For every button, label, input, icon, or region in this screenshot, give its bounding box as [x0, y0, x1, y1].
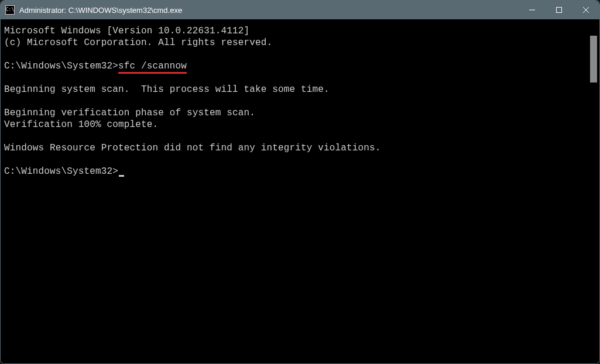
cmd-icon: C:\ — [5, 5, 15, 15]
verification-begin-line: Beginning verification phase of system s… — [4, 108, 255, 118]
titlebar[interactable]: C:\ Administrator: C:\WINDOWS\system32\c… — [1, 1, 599, 19]
prompt-2: C:\Windows\System32> — [4, 166, 118, 177]
prompt-1: C:\Windows\System32> — [4, 61, 118, 71]
window-controls — [519, 1, 599, 19]
terminal-area[interactable]: Microsoft Windows [Version 10.0.22631.41… — [1, 19, 599, 363]
close-icon — [583, 7, 589, 13]
cmd-window: C:\ Administrator: C:\WINDOWS\system32\c… — [0, 0, 600, 364]
minimize-icon — [529, 7, 535, 13]
version-line: Microsoft Windows [Version 10.0.22631.41… — [4, 26, 249, 36]
minimize-button[interactable] — [519, 1, 546, 19]
cursor — [119, 175, 124, 177]
scrollbar-thumb[interactable] — [590, 36, 597, 83]
scan-begin-line: Beginning system scan. This process will… — [4, 84, 330, 95]
scrollbar-track[interactable] — [589, 22, 599, 361]
result-line: Windows Resource Protection did not find… — [4, 143, 381, 153]
command-input: sfc /scannow — [118, 61, 187, 74]
close-button[interactable] — [572, 1, 599, 19]
terminal-output: Microsoft Windows [Version 10.0.22631.41… — [4, 25, 596, 177]
maximize-button[interactable] — [546, 1, 572, 19]
verification-complete-line: Verification 100% complete. — [4, 119, 158, 130]
maximize-icon — [556, 7, 562, 13]
window-title: Administrator: C:\WINDOWS\system32\cmd.e… — [19, 6, 182, 15]
svg-rect-0 — [557, 8, 562, 13]
copyright-line: (c) Microsoft Corporation. All rights re… — [4, 37, 272, 48]
